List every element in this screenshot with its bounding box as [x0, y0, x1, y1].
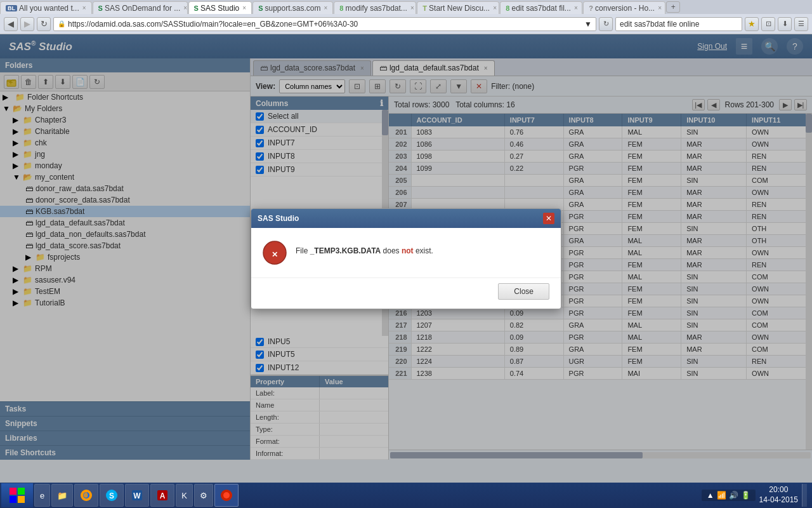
- taskbar-kindle[interactable]: K: [176, 484, 193, 507]
- forward-button[interactable]: ▶: [20, 17, 34, 31]
- svg-rect-7: [18, 496, 25, 503]
- tray-arrow-icon[interactable]: ▲: [707, 491, 714, 500]
- modal-close-x-button[interactable]: ✕: [543, 213, 554, 224]
- taskbar-acrobat[interactable]: A: [150, 484, 174, 507]
- address-bar[interactable]: 🔒 https://odamid.oda.sas.com/SASStudio/m…: [53, 17, 596, 31]
- modal-footer: Close: [251, 277, 561, 309]
- modal-titlebar: SAS Studio ✕: [251, 209, 561, 228]
- svg-text:S: S: [109, 491, 114, 500]
- taskbar-explorer[interactable]: 📁: [51, 484, 73, 507]
- taskbar-app7[interactable]: [214, 484, 239, 507]
- svg-text:W: W: [134, 491, 141, 500]
- close-icon[interactable]: ×: [574, 4, 578, 11]
- taskbar-app6[interactable]: ⚙: [194, 484, 213, 507]
- svg-rect-4: [10, 488, 16, 495]
- browser-tab-bl[interactable]: BL All you wanted t... ×: [0, 1, 92, 14]
- download-button[interactable]: ⬇: [778, 17, 792, 31]
- bookmark-star-button[interactable]: ★: [745, 17, 759, 31]
- search-bar[interactable]: edit sas7bdat file online: [615, 17, 742, 31]
- reload-button[interactable]: ↻: [37, 17, 51, 31]
- browser-tab-sas-studio[interactable]: S SAS Studio ×: [188, 1, 252, 14]
- not-text: not: [402, 246, 414, 255]
- close-icon[interactable]: ×: [183, 4, 187, 11]
- browser-tab-start-disc[interactable]: T Start New Discu... ×: [417, 1, 499, 14]
- browser-tab-conversion[interactable]: ? conversion - Ho... ×: [583, 1, 665, 14]
- browser-tab-modify[interactable]: 8 modify sas7bdat... ×: [334, 1, 416, 14]
- svg-point-17: [223, 492, 230, 498]
- tray-icons: ▲ 📶 🔊 🔋: [702, 490, 756, 501]
- modal-message: File _TEMP3.KGB.DATA does not exist.: [296, 241, 433, 258]
- filename-highlight: _TEMP3.KGB.DATA: [310, 246, 381, 255]
- modal-body: ✕ File _TEMP3.KGB.DATA does not exist.: [251, 228, 561, 277]
- taskbar-firefox[interactable]: [74, 484, 98, 507]
- error-icon: ✕: [263, 241, 287, 265]
- back-button[interactable]: ◀: [4, 17, 18, 31]
- svg-text:A: A: [160, 491, 166, 500]
- modal-overlay: SAS Studio ✕ ✕ File _TEMP3.KGB.DATA does…: [0, 34, 812, 483]
- close-icon[interactable]: ×: [242, 4, 246, 11]
- clock: 20:00 14-04-2015: [759, 485, 798, 505]
- tray-network-icon: 📶: [717, 491, 726, 500]
- taskbar-ie[interactable]: e: [34, 484, 50, 507]
- svg-rect-5: [18, 488, 25, 495]
- taskbar-word[interactable]: W: [125, 484, 149, 507]
- taskbar-skype[interactable]: S: [100, 484, 124, 507]
- close-icon[interactable]: ×: [410, 4, 414, 11]
- close-icon[interactable]: ×: [493, 4, 497, 11]
- tray-battery-icon: 🔋: [741, 491, 750, 500]
- menu-button[interactable]: ☰: [794, 17, 808, 31]
- browser-tab-support[interactable]: S support.sas.com ×: [252, 1, 333, 14]
- reader-mode-button[interactable]: ⊡: [761, 17, 775, 31]
- close-button[interactable]: Close: [498, 283, 549, 300]
- taskbar-tray: ▲ 📶 🔊 🔋 20:00 14-04-2015: [702, 484, 812, 507]
- svg-rect-6: [10, 496, 16, 503]
- tray-sound-icon: 🔊: [729, 491, 738, 500]
- close-icon[interactable]: ×: [324, 4, 328, 11]
- modal-dialog: SAS Studio ✕ ✕ File _TEMP3.KGB.DATA does…: [251, 208, 561, 309]
- new-tab-button[interactable]: +: [666, 1, 680, 13]
- lock-icon: 🔒: [58, 20, 65, 27]
- start-button[interactable]: [1, 483, 33, 507]
- close-icon[interactable]: ×: [82, 4, 86, 11]
- browser-tab-sas-ondemand[interactable]: S SAS OnDemand for ... ×: [93, 1, 188, 14]
- reload-address-button[interactable]: ↻: [599, 17, 613, 31]
- svg-text:✕: ✕: [272, 250, 278, 259]
- show-desktop-button[interactable]: [802, 484, 807, 507]
- taskbar: e 📁 S W A K ⚙: [0, 483, 812, 508]
- close-icon[interactable]: ×: [658, 4, 662, 11]
- browser-tab-edit[interactable]: 8 edit sas7bdat fil... ×: [500, 1, 582, 14]
